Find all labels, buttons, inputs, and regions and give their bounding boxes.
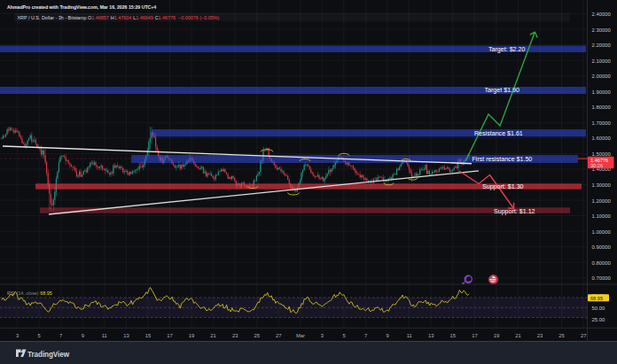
svg-text:1.80000: 1.80000 (592, 105, 612, 110)
svg-text:3: 3 (321, 333, 324, 338)
svg-text:1.30000: 1.30000 (592, 182, 612, 188)
svg-text:2.10000: 2.10000 (592, 58, 612, 64)
svg-text:5: 5 (342, 333, 345, 338)
svg-text:RSI (14, close) 68.95: RSI (14, close) 68.95 (7, 290, 52, 296)
svg-text:2.30000: 2.30000 (592, 27, 612, 33)
svg-text:AhmadPro created with TradingV: AhmadPro created with TradingView.com, M… (7, 4, 156, 10)
svg-text:25: 25 (558, 333, 564, 338)
svg-text:25.00: 25.00 (592, 317, 605, 322)
svg-text:68.95: 68.95 (590, 296, 603, 301)
svg-text:1.20000: 1.20000 (592, 198, 612, 204)
svg-text:Target: $2.20: Target: $2.20 (488, 46, 525, 53)
svg-text:23: 23 (537, 333, 543, 338)
svg-text:9: 9 (82, 333, 84, 338)
svg-text:13: 13 (123, 333, 129, 338)
svg-text:Resistance $1.61: Resistance $1.61 (474, 130, 523, 137)
svg-text:50.00: 50.00 (592, 306, 605, 311)
svg-text:Mar: Mar (296, 333, 305, 338)
svg-text:17: 17 (167, 333, 172, 338)
svg-text:1.70000: 1.70000 (592, 120, 612, 126)
svg-text:15: 15 (450, 333, 456, 338)
svg-text:25: 25 (254, 333, 260, 338)
svg-text:Support: $1.30: Support: $1.30 (482, 183, 524, 190)
svg-text:1.50000: 1.50000 (592, 151, 612, 157)
svg-text:9: 9 (386, 333, 388, 338)
svg-text:0.80000: 0.80000 (592, 260, 612, 266)
svg-text:11: 11 (407, 333, 412, 338)
svg-text:TradingView: TradingView (27, 351, 70, 359)
svg-text:17: 17 (472, 333, 477, 338)
svg-text:3: 3 (16, 333, 19, 338)
svg-text:1.90000: 1.90000 (592, 89, 612, 95)
svg-text:First resistance $1.50: First resistance $1.50 (473, 156, 533, 163)
svg-text:27: 27 (276, 333, 281, 338)
svg-text:23: 23 (232, 333, 238, 338)
svg-text:0.90000: 0.90000 (592, 244, 612, 250)
svg-text:2.40000: 2.40000 (592, 12, 612, 17)
svg-text:7: 7 (59, 333, 62, 338)
svg-text:13: 13 (428, 333, 433, 338)
svg-text:0.70000: 0.70000 (592, 275, 612, 281)
svg-text:19: 19 (494, 333, 499, 338)
svg-text:11: 11 (102, 333, 107, 338)
svg-text:1.00000: 1.00000 (592, 229, 612, 235)
svg-text:2.00000: 2.00000 (592, 74, 612, 79)
svg-text:21: 21 (210, 333, 215, 338)
svg-text:15: 15 (145, 333, 151, 338)
svg-text:30:26: 30:26 (590, 163, 603, 168)
svg-text:5: 5 (38, 333, 41, 338)
svg-text:Target $1.90: Target $1.90 (485, 87, 519, 94)
svg-text:1.60000: 1.60000 (592, 136, 612, 141)
svg-text:1.46776: 1.46776 (590, 158, 608, 163)
svg-text:Support: $1.12: Support: $1.12 (494, 208, 535, 215)
svg-text:2.20000: 2.20000 (592, 43, 612, 48)
svg-text:19: 19 (189, 333, 194, 338)
svg-text:XRP / U.S. Dollar - 3h - Bitst: XRP / U.S. Dollar - 3h - Bitstamp O1.468… (18, 15, 220, 20)
svg-text:27: 27 (581, 333, 586, 338)
svg-text:21: 21 (515, 333, 520, 338)
svg-text:7: 7 (364, 333, 367, 338)
svg-text:1.10000: 1.10000 (592, 213, 612, 219)
